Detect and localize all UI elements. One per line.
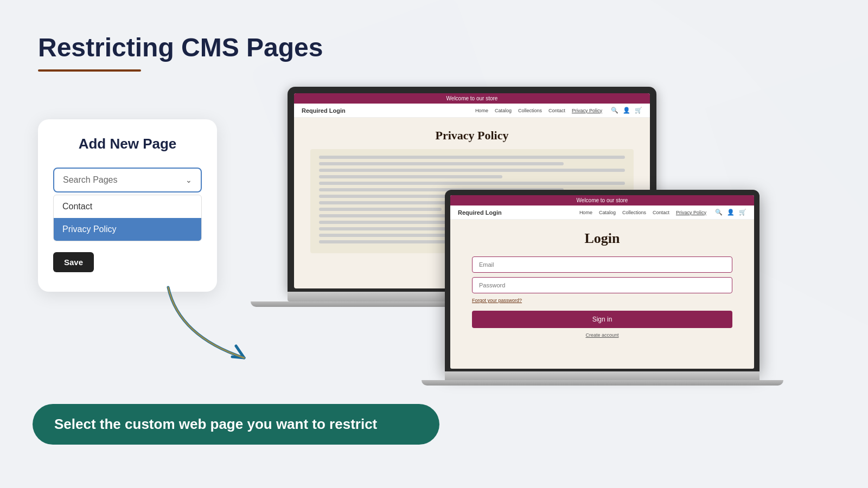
- nav-contact: Contact: [548, 108, 565, 113]
- arrow-curve: [136, 282, 288, 369]
- search-pages-label: Search Pages: [63, 175, 118, 185]
- forgot-password-link[interactable]: Forgot your password?: [472, 298, 732, 303]
- page-title: Restricting CMS Pages: [38, 33, 323, 62]
- user-icon-2: 👤: [727, 209, 735, 216]
- text-line: [319, 162, 564, 165]
- laptop1-nav-links: Home Catalog Collections Contact Privacy…: [475, 108, 602, 113]
- laptop2-icons: 🔍 👤 🛒: [715, 209, 746, 216]
- laptop1-page-heading: Privacy Policy: [310, 129, 634, 143]
- text-line: [319, 175, 502, 178]
- laptop2-brand: Required Login: [458, 209, 571, 216]
- text-line: [319, 156, 625, 159]
- title-underline: [38, 69, 141, 72]
- search-icon-2: 🔍: [715, 209, 723, 216]
- nav-collections: Collections: [518, 108, 542, 113]
- login-title: Login: [472, 230, 732, 247]
- laptop2-nav-links: Home Catalog Collections Contact Privacy…: [579, 210, 706, 215]
- text-line: [319, 208, 442, 211]
- list-item-privacy-policy[interactable]: Privacy Policy: [54, 218, 201, 241]
- search-icon: 🔍: [611, 107, 618, 114]
- user-icon: 👤: [623, 107, 630, 114]
- save-button[interactable]: Save: [53, 252, 94, 272]
- laptop2-screen-inner: Welcome to our store Required Login Home…: [450, 195, 754, 369]
- chevron-down-icon: ⌄: [186, 176, 192, 184]
- card-title: Add New Page: [53, 136, 202, 152]
- text-line: [319, 169, 625, 172]
- laptop2-store-bar: Welcome to our store: [450, 195, 754, 206]
- nav2-contact: Contact: [653, 210, 669, 215]
- laptop2-login-content: Login Forgot your password? Sign in Crea…: [450, 220, 754, 349]
- laptop2-foot: [422, 380, 783, 386]
- nav-catalog: Catalog: [495, 108, 512, 113]
- search-pages-dropdown[interactable]: Search Pages ⌄: [53, 168, 202, 192]
- nav-home: Home: [475, 108, 488, 113]
- nav2-privacy-policy: Privacy Policy: [676, 210, 706, 215]
- password-field[interactable]: [472, 277, 732, 293]
- laptop1-store-bar: Welcome to our store: [294, 93, 650, 104]
- cart-icon-2: 🛒: [739, 209, 746, 216]
- laptop2-screen-outer: Welcome to our store Required Login Home…: [445, 190, 760, 371]
- cart-icon: 🛒: [635, 107, 642, 114]
- email-field[interactable]: [472, 256, 732, 273]
- text-line: [319, 182, 625, 185]
- svg-marker-0: [651, 0, 868, 217]
- nav2-catalog: Catalog: [599, 210, 616, 215]
- create-account-link[interactable]: Create account: [472, 332, 732, 338]
- signin-button[interactable]: Sign in: [472, 311, 732, 328]
- laptop2-nav: Required Login Home Catalog Collections …: [450, 206, 754, 220]
- laptop2: Welcome to our store Required Login Home…: [445, 190, 760, 386]
- add-new-page-card: Add New Page Search Pages ⌄ Contact Priv…: [38, 119, 217, 292]
- nav-privacy-policy: Privacy Policy: [572, 108, 602, 113]
- laptop1-icons: 🔍 👤 🛒: [611, 107, 642, 114]
- nav2-collections: Collections: [622, 210, 646, 215]
- bottom-banner: Select the custom web page you want to r…: [33, 404, 439, 445]
- laptop1-nav: Required Login Home Catalog Collections …: [294, 104, 650, 118]
- nav2-home: Home: [579, 210, 592, 215]
- list-item-contact[interactable]: Contact: [54, 195, 201, 218]
- laptop1-brand: Required Login: [302, 107, 467, 114]
- bottom-banner-text: Select the custom web page you want to r…: [54, 416, 377, 432]
- dropdown-list: Contact Privacy Policy: [53, 195, 202, 241]
- laptop2-base: [445, 371, 760, 380]
